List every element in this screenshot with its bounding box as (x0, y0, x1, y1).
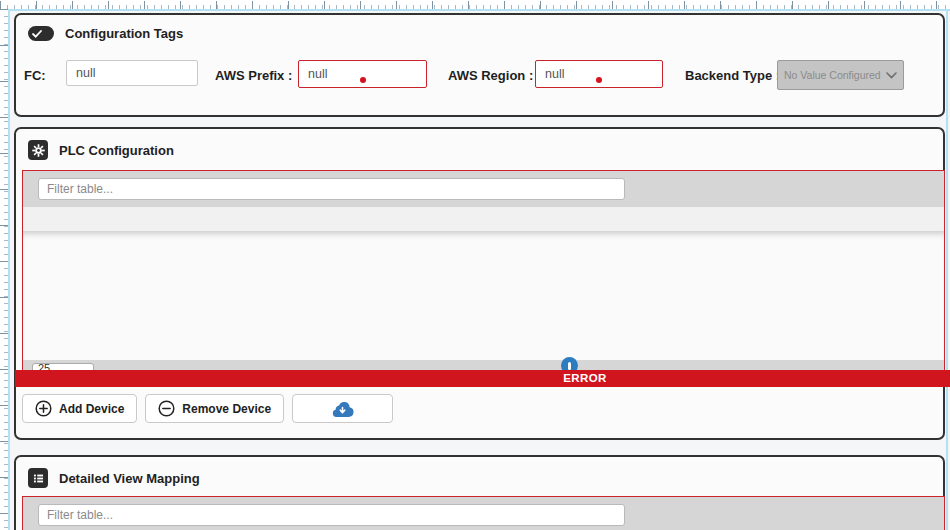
plc-configuration-header: PLC Configuration (28, 140, 174, 160)
panel-title: PLC Configuration (59, 143, 174, 158)
aws-prefix-label: AWS Prefix : (215, 68, 292, 83)
aws-prefix-input[interactable] (299, 61, 426, 87)
cloud-download-icon (331, 401, 354, 417)
detailed-view-filter-input[interactable] (38, 504, 625, 526)
circle-plus-icon (35, 400, 52, 417)
aws-region-input[interactable] (536, 61, 662, 87)
configuration-tags-panel: Configuration Tags FC: AWS Prefix : AWS … (14, 13, 945, 117)
plc-table-filter-bar (23, 171, 944, 207)
detailed-view-mapping-panel: Detailed View Mapping (14, 455, 945, 530)
fc-label: FC: (24, 68, 46, 83)
horizontal-ruler (0, 0, 950, 11)
error-banner-label: ERROR (563, 372, 607, 384)
toggle-check-icon (28, 26, 54, 41)
plc-table-header-row (23, 207, 944, 231)
fc-input[interactable] (66, 60, 198, 86)
chevron-down-icon (886, 72, 897, 79)
configuration-tags-header: Configuration Tags (28, 26, 183, 41)
add-device-label: Add Device (59, 402, 124, 416)
remove-device-button[interactable]: Remove Device (145, 394, 284, 423)
detailed-view-mapping-header: Detailed View Mapping (28, 468, 200, 488)
aws-prefix-field (298, 60, 427, 88)
plc-filter-input[interactable] (38, 178, 625, 200)
grid-line (946, 9, 948, 530)
panel-title: Configuration Tags (65, 26, 183, 41)
detailed-view-table (22, 496, 945, 530)
add-device-button[interactable]: Add Device (22, 394, 137, 423)
plc-table-body (23, 231, 944, 360)
cloud-download-button[interactable] (292, 394, 393, 423)
plc-configuration-panel: PLC Configuration 25 rows Add Dev (14, 127, 945, 440)
aws-region-label: AWS Region : (448, 68, 533, 83)
detailed-view-filter-bar (23, 497, 944, 530)
backend-type-select[interactable]: No Value Configured (777, 60, 904, 90)
remove-device-label: Remove Device (182, 402, 271, 416)
validation-dot-icon (360, 77, 366, 83)
aws-region-field (535, 60, 663, 88)
gear-icon (28, 140, 48, 160)
error-banner: ERROR (15, 370, 950, 387)
list-icon (28, 468, 48, 488)
panel-title: Detailed View Mapping (59, 471, 200, 486)
plc-table: 25 rows (22, 170, 945, 387)
editor-canvas: Configuration Tags FC: AWS Prefix : AWS … (0, 0, 950, 530)
backend-type-value: No Value Configured (784, 69, 881, 81)
backend-type-label: Backend Type : (685, 68, 780, 83)
validation-dot-icon (596, 77, 602, 83)
vertical-ruler (0, 9, 10, 530)
plc-button-row: Add Device Remove Device (22, 394, 393, 423)
circle-minus-icon (158, 400, 175, 417)
